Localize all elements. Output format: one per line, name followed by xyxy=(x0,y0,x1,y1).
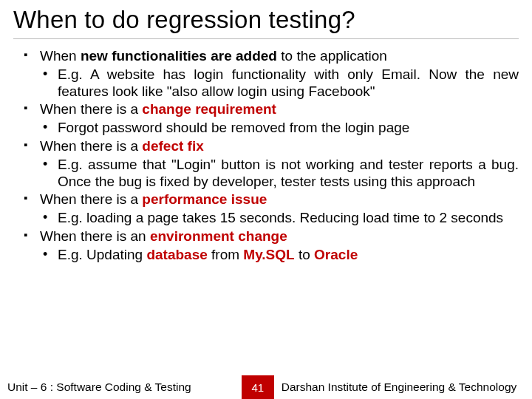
slide: When to do regression testing? When new … xyxy=(0,0,532,399)
emphasis-text: My.SQL xyxy=(243,247,294,262)
emphasis-text: Oracle xyxy=(314,247,358,262)
text: to the application xyxy=(277,48,387,64)
slide-body: When new functionalities are added to th… xyxy=(13,48,519,399)
text: from xyxy=(208,247,244,262)
page-number: 41 xyxy=(242,375,274,399)
bullet-change-requirement: When there is a change requirement xyxy=(24,101,519,118)
text: When there is a xyxy=(40,101,142,117)
sub-bullet: E.g. Updating database from My.SQL to Or… xyxy=(24,247,519,264)
slide-title: When to do regression testing? xyxy=(13,6,519,39)
text: When there is a xyxy=(40,191,142,207)
bullet-defect-fix: When there is a defect fix xyxy=(24,138,519,155)
emphasis-text: performance issue xyxy=(142,191,267,207)
text: to xyxy=(295,247,314,262)
emphasis-text: environment change xyxy=(150,228,287,244)
sub-bullet: Forgot password should be removed from t… xyxy=(24,120,519,137)
text: When there is a xyxy=(40,138,142,154)
text: E.g. Updating xyxy=(58,247,146,262)
footer-unit: Unit – 6 : Software Coding & Testing xyxy=(0,381,191,394)
sub-bullet: E.g. loading a page takes 15 seconds. Re… xyxy=(24,210,519,227)
emphasis-text: database xyxy=(146,247,207,262)
slide-footer: Unit – 6 : Software Coding & Testing 41 … xyxy=(0,375,532,399)
emphasis-text: defect fix xyxy=(142,138,203,154)
bold-text: new functionalities are added xyxy=(81,48,277,64)
sub-bullet: E.g. A website has login functionality w… xyxy=(24,66,519,100)
text: When there is an xyxy=(40,228,150,244)
text: When xyxy=(40,48,81,64)
bullet-environment-change: When there is an environment change xyxy=(24,228,519,245)
sub-bullet: E.g. assume that "Login" button is not w… xyxy=(24,157,519,191)
emphasis-text: change requirement xyxy=(142,101,276,117)
bullet-performance-issue: When there is a performance issue xyxy=(24,191,519,208)
bullet-new-functionalities: When new functionalities are added to th… xyxy=(24,48,519,65)
footer-institute: Darshan Institute of Engineering & Techn… xyxy=(274,381,532,394)
